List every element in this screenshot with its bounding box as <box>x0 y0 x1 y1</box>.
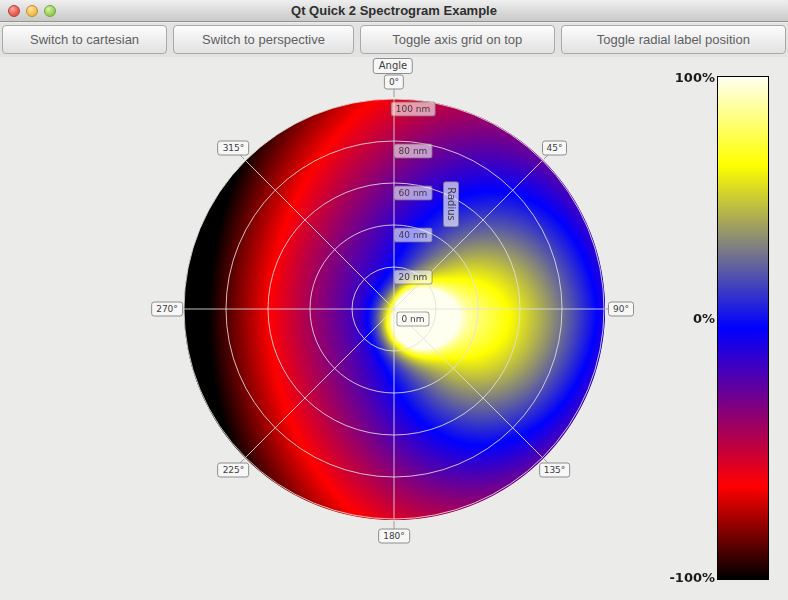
legend-label-0: 0% <box>655 311 715 327</box>
switch-to-perspective-button[interactable]: Switch to perspective <box>173 25 354 54</box>
zoom-button[interactable] <box>44 5 56 17</box>
title-bar[interactable]: Qt Quick 2 Spectrogram Example <box>0 0 788 22</box>
window-title: Qt Quick 2 Spectrogram Example <box>0 0 788 21</box>
legend-label-100: 100% <box>655 70 715 86</box>
traffic-lights <box>8 5 56 17</box>
legend-label-neg100: -100% <box>655 570 715 586</box>
minimize-button[interactable] <box>26 5 38 17</box>
toolbar: Switch to cartesian Switch to perspectiv… <box>0 23 788 57</box>
spectrogram-surface[interactable] <box>159 74 629 544</box>
toggle-axis-grid-button[interactable]: Toggle axis grid on top <box>360 25 555 54</box>
toggle-radial-label-button[interactable]: Toggle radial label position <box>561 25 786 54</box>
close-button[interactable] <box>8 5 20 17</box>
angle-axis-title: Angle <box>373 58 413 74</box>
color-legend-gradient <box>717 76 769 580</box>
app-window: { "window": { "title": "Qt Quick 2 Spect… <box>0 0 788 600</box>
switch-to-cartesian-button[interactable]: Switch to cartesian <box>2 25 167 54</box>
